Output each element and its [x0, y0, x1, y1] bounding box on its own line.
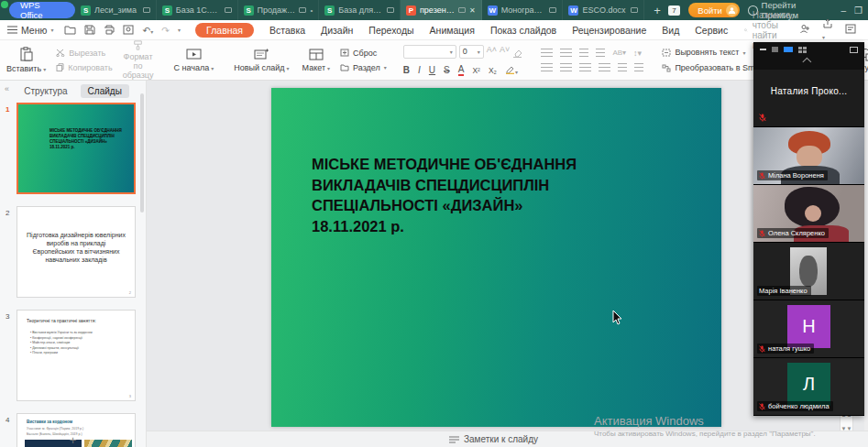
ribbon-tab-recenzirovanie[interactable]: Рецензирование: [572, 25, 646, 36]
wps-office-home-tab[interactable]: WPS Office: [9, 2, 75, 18]
zoom-gallery-view-icon[interactable]: [798, 47, 807, 53]
doc-tab-baza-1c-xlsx[interactable]: S База 1С.xlsx: [157, 0, 238, 20]
login-button[interactable]: Войти: [688, 3, 740, 17]
text-direction-icon[interactable]: АВ▾: [612, 49, 626, 57]
section-button[interactable]: Раздел▾: [340, 63, 387, 72]
minimize-window-icon[interactable]: –: [841, 5, 846, 16]
align-left-icon[interactable]: [541, 63, 553, 72]
clear-format-icon[interactable]: [512, 45, 522, 61]
distribute-text-icon[interactable]: [618, 63, 627, 72]
slide-thumbnail-3[interactable]: Теоретичні та практичні заняття: Виставк…: [16, 310, 136, 401]
slide-notes-button[interactable]: Заметки к слайду: [449, 434, 538, 444]
zoom-minimize-icon[interactable]: [760, 49, 766, 50]
align-right-icon[interactable]: [579, 63, 591, 72]
highlight-color-button[interactable]: ▾: [505, 65, 518, 76]
ribbon-tab-vstavka[interactable]: Вставка: [269, 25, 305, 36]
undo-icon[interactable]: ↶▾: [142, 25, 153, 36]
restore-window-icon[interactable]: ❐: [854, 5, 863, 16]
open-file-icon[interactable]: [64, 25, 76, 35]
search-icon: [744, 26, 747, 35]
participant-tile-2[interactable]: Мілана Вороненя: [753, 127, 864, 185]
doc-tab-prezentaciya-active[interactable]: P презентація ✕: [401, 0, 482, 20]
zoom-speaker-view-icon[interactable]: [772, 47, 778, 52]
ribbon-tab-glavnaya[interactable]: Главная: [195, 23, 254, 38]
columns-icon[interactable]: [634, 63, 643, 72]
increase-font-icon[interactable]: A˄: [487, 45, 497, 61]
tab-outline[interactable]: Структура: [16, 84, 74, 98]
italic-button[interactable]: I: [418, 65, 421, 75]
add-slide-button[interactable]: +: [70, 433, 77, 447]
doc-tab-baza-dlya-1c[interactable]: S База для 1с: [319, 0, 401, 20]
play-from-start-button[interactable]: С начала▾: [167, 40, 220, 80]
slide-thumbnail-2[interactable]: Підготовка дизайнерів ювелірних виробів …: [16, 206, 136, 298]
paste-button[interactable]: Вставить▾: [0, 40, 52, 80]
increase-indent-icon[interactable]: [596, 49, 605, 58]
writer-doc-icon: W: [488, 5, 498, 16]
ribbon-tab-vid[interactable]: Вид: [662, 25, 679, 36]
zoom-participants-panel[interactable]: Наталия Проко... Мілана Вороненя Олена С…: [753, 42, 864, 416]
docs-count-badge[interactable]: 7: [668, 5, 681, 16]
collapse-panel-button[interactable]: «: [5, 84, 9, 93]
align-justify-icon[interactable]: [599, 63, 610, 72]
decrease-font-icon[interactable]: A˅: [500, 45, 510, 61]
zoom-exit-minimode-icon[interactable]: [850, 47, 858, 53]
decrease-indent-icon[interactable]: [579, 49, 588, 58]
doc-tab-prodazhi[interactable]: S Продажи сен •: [238, 0, 320, 20]
format-painter-button[interactable]: Формат по образцу: [116, 40, 160, 80]
doc-tab-lesy-zyma[interactable]: S Леси_зима: [75, 0, 157, 20]
more-actions-icon[interactable]: ▾: [178, 27, 181, 33]
doc-tab-monografiya[interactable]: W Монографія Г: [482, 0, 564, 20]
align-center-icon[interactable]: [560, 63, 572, 72]
redo-icon[interactable]: ↷: [161, 25, 170, 36]
copy-button[interactable]: Копировать: [56, 63, 112, 72]
font-name-select[interactable]: ▾: [403, 45, 456, 59]
cut-button[interactable]: Вырезать: [56, 49, 112, 58]
participant-tile-3[interactable]: Олена Скляренко: [753, 185, 864, 243]
underline-button[interactable]: U: [429, 65, 435, 75]
share-user-icon[interactable]: [799, 24, 810, 36]
notes-panel-icon[interactable]: [845, 24, 856, 36]
ribbon-tab-pokaz-slaydov[interactable]: Показ слайдов: [490, 25, 556, 36]
main-menu-button[interactable]: Меню ▾: [0, 25, 53, 36]
muted-mic-icon: [759, 230, 765, 237]
close-tab-icon[interactable]: ✕: [469, 6, 476, 15]
subscript-button[interactable]: X₂: [489, 66, 497, 75]
current-slide[interactable]: МІСЬКЕ МЕТОДИЧНЕ ОБ'ЄДНАННЯ ВИКЛАДАЧІВ С…: [271, 88, 721, 427]
participant-tile-1[interactable]: Наталия Проко...: [753, 70, 864, 127]
font-size-select[interactable]: 0▾: [459, 45, 484, 59]
vertical-scrollbar-track[interactable]: [864, 81, 868, 431]
participant-tile-5[interactable]: Н наталя гушко: [753, 300, 864, 358]
ribbon-tab-servis[interactable]: Сервис: [695, 25, 728, 36]
slide-thumbnail-1[interactable]: МІСЬКЕ МЕТОДИЧНЕ ОБ'ЄДНАННЯ ВИКЛАДАЧІВ С…: [16, 103, 136, 194]
reset-slide-button[interactable]: Сброс: [340, 49, 387, 58]
participant-tile-4[interactable]: Марія Іваненко: [753, 243, 864, 300]
bold-button[interactable]: B: [403, 65, 410, 75]
zoom-active-view-icon[interactable]: [784, 47, 793, 52]
font-color-button[interactable]: A: [458, 65, 465, 76]
monitor-icon: [299, 7, 306, 13]
tab-slides[interactable]: Слайды: [81, 84, 129, 98]
superscript-button[interactable]: X²: [472, 66, 480, 75]
doc-tab-label: Леси_зима: [94, 5, 139, 15]
bullet-list-icon[interactable]: [541, 49, 553, 58]
participant-tile-6[interactable]: Л бойченко людмила: [753, 358, 864, 416]
numbered-list-icon[interactable]: [560, 49, 572, 58]
doc-tab-label: База для 1с: [338, 5, 383, 15]
upload-share-icon[interactable]: ▾: [822, 18, 833, 41]
play-slideshow-icon: [186, 48, 202, 61]
strikethrough-button[interactable]: S: [444, 65, 450, 75]
slide-layout-button[interactable]: Макет▾: [296, 40, 337, 80]
ribbon-tab-perekhody[interactable]: Переходы: [368, 25, 413, 36]
new-document-tab-button[interactable]: +: [654, 4, 661, 17]
line-spacing-icon[interactable]: ↕▾: [633, 49, 642, 58]
print-preview-icon[interactable]: [123, 25, 134, 35]
new-slide-button[interactable]: Новый слайд▾: [227, 40, 295, 80]
slide-title-text[interactable]: МІСЬКЕ МЕТОДИЧНЕ ОБ'ЄДНАННЯ ВИКЛАДАЧІВ С…: [312, 154, 577, 236]
ribbon-tab-animaciya[interactable]: Анимация: [430, 25, 475, 36]
ribbon-tab-dizayn[interactable]: Дизайн: [321, 25, 353, 36]
zoom-collapse-chevron[interactable]: [753, 57, 864, 70]
panel-scrollbar[interactable]: [140, 93, 144, 213]
doc-tab-esco-docx[interactable]: W ESCO.docx: [563, 0, 644, 20]
save-icon[interactable]: [84, 25, 95, 35]
print-icon[interactable]: [104, 25, 115, 35]
